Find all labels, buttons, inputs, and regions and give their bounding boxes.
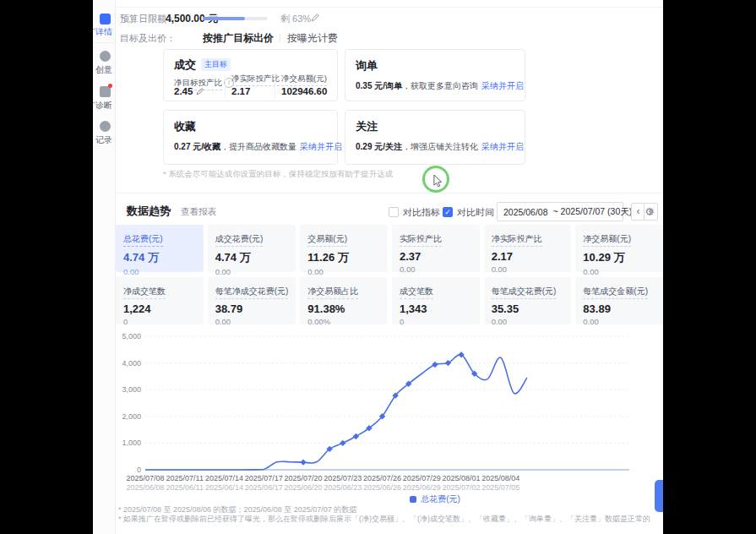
svg-text:3,000: 3,000 <box>122 385 141 394</box>
deal-metric-label: 净交易额(元) <box>281 74 327 86</box>
inquiry-price: 0.35 元/询单 <box>356 81 402 90</box>
favorite-desc: ，提升商品收藏数量 <box>220 142 296 151</box>
budget-progress-bar <box>203 17 268 20</box>
legend-swatch-total-cost <box>410 496 416 503</box>
notification-dot <box>108 84 112 88</box>
tab-bid-by-goal[interactable]: 按推广目标出价 <box>203 31 274 46</box>
metric-card-net-roi[interactable]: 净实际投产比 2.17 0.00 <box>484 225 572 272</box>
metric-card-deal-cost[interactable]: 成交花费(元) 4.74 万 0.00 <box>208 225 296 272</box>
metric-card-net-orders[interactable]: 净成交笔数 1,224 0 <box>116 277 204 324</box>
svg-text:2,000: 2,000 <box>122 412 141 421</box>
goal-card-follow[interactable]: 关注 0.29 元/关注，增强店铺关注转化采纳并开启 <box>345 110 525 165</box>
bidding-label: 目标及出价： <box>120 32 176 45</box>
metric-card-orders[interactable]: 成交笔数 1,343 0 <box>392 277 480 324</box>
click-indicator-ring <box>422 166 449 193</box>
deal-metric-value: 2.17 <box>231 86 250 96</box>
top-hairline <box>115 7 663 8</box>
history-icon[interactable] <box>100 121 111 132</box>
adopt-enable-link[interactable]: 采纳并开启 <box>481 81 524 90</box>
follow-card-title: 关注 <box>356 119 378 134</box>
svg-text:2025/08/01: 2025/08/01 <box>443 474 481 482</box>
chart-footnote-disclaimer: * 如果推广在暂停或删除前已经获得了曝光，那么在暂停或删除后展示「(净)交易额」… <box>118 514 650 525</box>
trends-title: 数据趋势 <box>127 204 171 219</box>
view-report-link[interactable]: 查看报表 <box>181 206 216 218</box>
trend-chart: 01,0002,0003,0004,0005,0002025/07/082025… <box>114 328 663 493</box>
sidebar-item-creative[interactable]: 创意 <box>95 64 112 76</box>
trend-metric-grid: 总花费(元) 4.74 万 0.00 成交花费(元) 4.74 万 0.00 交… <box>116 225 663 324</box>
svg-text:2025/07/26: 2025/07/26 <box>363 474 401 482</box>
svg-text:2025/06/08: 2025/06/08 <box>126 483 164 492</box>
tab-separator: | <box>279 32 281 42</box>
metric-card-net-cost-per-order[interactable]: 每笔净成交花费(元) 38.79 0.00 <box>208 277 296 324</box>
date-range-start: 2025/06/08 <box>503 207 548 217</box>
date-range-input[interactable]: 2025/06/08 ~ 2025/07/07 (30天) <box>497 202 623 221</box>
goal-card-favorite[interactable]: 收藏 0.27 元/收藏，提升商品收藏数量采纳并开启 <box>163 110 338 165</box>
compare-metric-checkbox[interactable] <box>389 207 399 217</box>
edit-roi-icon[interactable] <box>196 87 204 95</box>
svg-text:2025/06/23: 2025/06/23 <box>324 483 362 492</box>
inquiry-card-title: 询单 <box>356 58 378 74</box>
goal-note: * 系统会尽可能达成你设置的目标，保持稳定投放有助于提升达成 <box>163 169 393 180</box>
svg-text:5,000: 5,000 <box>122 332 141 341</box>
svg-text:1,000: 1,000 <box>122 439 141 447</box>
mouse-cursor-icon <box>432 175 443 188</box>
column-divider <box>275 74 275 97</box>
svg-text:2025/07/08: 2025/07/08 <box>126 474 164 482</box>
column-divider <box>225 74 226 97</box>
deal-metric-value: 102946.60 <box>281 86 327 96</box>
inquiry-desc: ，获取更多意向咨询 <box>402 81 478 90</box>
svg-text:2025/06/20: 2025/06/20 <box>285 483 323 492</box>
metric-card-total-cost[interactable]: 总花费(元) 4.74 万 0.00 <box>116 225 204 272</box>
app-window: 广详情 创意 广诊断 记录 预算日限额： 4,500.00 元 剩 63% 目标… <box>93 0 663 534</box>
svg-text:4,000: 4,000 <box>122 359 141 368</box>
svg-text:2025/07/14: 2025/07/14 <box>205 474 243 482</box>
svg-text:2025/07/02: 2025/07/02 <box>443 483 481 492</box>
budget-remaining: 剩 63% <box>280 13 311 25</box>
edit-budget-icon[interactable] <box>311 13 320 22</box>
compare-time-checkbox[interactable] <box>443 207 453 217</box>
metric-card-net-gmv-ratio[interactable]: 净交易额占比 91.38% 0.00% <box>300 277 388 324</box>
metric-card-net-gmv[interactable]: 净交易额(元) 10.29 万 0.00 <box>575 225 663 272</box>
chart-settings-gear-icon[interactable] <box>645 205 655 218</box>
sidebar-item-history[interactable]: 记录 <box>95 134 112 146</box>
metric-card-roi[interactable]: 实际投产比 2.37 0.00 <box>392 225 480 272</box>
svg-text:2025/06/29: 2025/06/29 <box>403 483 441 492</box>
follow-price: 0.29 元/关注 <box>356 142 402 151</box>
floating-helper-tab[interactable] <box>655 480 663 512</box>
svg-text:2025/07/29: 2025/07/29 <box>403 474 441 482</box>
chart-legend: 总花费(元) <box>160 493 663 505</box>
goal-card-inquiry[interactable]: 询单 0.35 元/询单，获取更多意向咨询采纳并开启 <box>345 49 525 101</box>
svg-text:2025/06/14: 2025/06/14 <box>205 483 243 492</box>
promo-detail-icon[interactable] <box>100 14 111 25</box>
metric-card-cost-per-order[interactable]: 每笔成交花费(元) 35.35 0.00 <box>484 277 572 324</box>
favorite-price: 0.27 元/收藏 <box>174 142 220 151</box>
budget-progress-fill <box>203 17 245 20</box>
sidebar-item-diagnosis[interactable]: 广诊断 <box>93 100 112 112</box>
svg-text:2025/06/17: 2025/06/17 <box>245 483 283 492</box>
svg-text:2025/07/23: 2025/07/23 <box>324 474 362 482</box>
tab-bid-by-impression[interactable]: 按曝光计费 <box>287 31 338 46</box>
adopt-enable-link[interactable]: 采纳并开启 <box>481 142 524 151</box>
favorite-card-title: 收藏 <box>174 119 196 134</box>
deal-metric-label: 净实际投产比 <box>231 74 280 86</box>
metric-card-gmv[interactable]: 交易额(元) 11.26 万 0.00 <box>300 225 388 272</box>
goal-card-deal[interactable]: 成交主目标 净目标投产比 2.45 净实际投产比 2.17 净交易额(元) 10… <box>163 49 338 101</box>
metric-card-amount-per-order[interactable]: 每笔成交金额(元) 83.89 0.00 <box>575 277 663 324</box>
date-range-end: ~ 2025/07/07 (30天) <box>553 206 633 218</box>
legend-label-total-cost: 总花费(元) <box>421 493 460 505</box>
sidebar-divider <box>93 42 115 43</box>
section-divider <box>115 193 663 193</box>
compare-metric-label: 对比指标 <box>403 206 440 219</box>
deal-card-title: 成交 <box>174 58 196 71</box>
adopt-enable-link[interactable]: 采纳并开启 <box>300 142 342 151</box>
svg-text:2025/06/26: 2025/06/26 <box>363 483 401 492</box>
svg-text:2025/06/11: 2025/06/11 <box>166 483 204 492</box>
svg-text:2025/07/11: 2025/07/11 <box>166 474 204 482</box>
svg-text:2025/07/17: 2025/07/17 <box>245 474 283 482</box>
creative-icon[interactable] <box>100 51 111 62</box>
sidebar-item-promo-detail[interactable]: 广详情 <box>93 26 112 38</box>
deal-metric-value: 2.45 <box>174 86 204 96</box>
primary-goal-badge: 主目标 <box>201 58 231 71</box>
follow-desc: ，增强店铺关注转化 <box>402 142 478 151</box>
sidebar: 广详情 创意 广诊断 记录 <box>93 0 116 534</box>
